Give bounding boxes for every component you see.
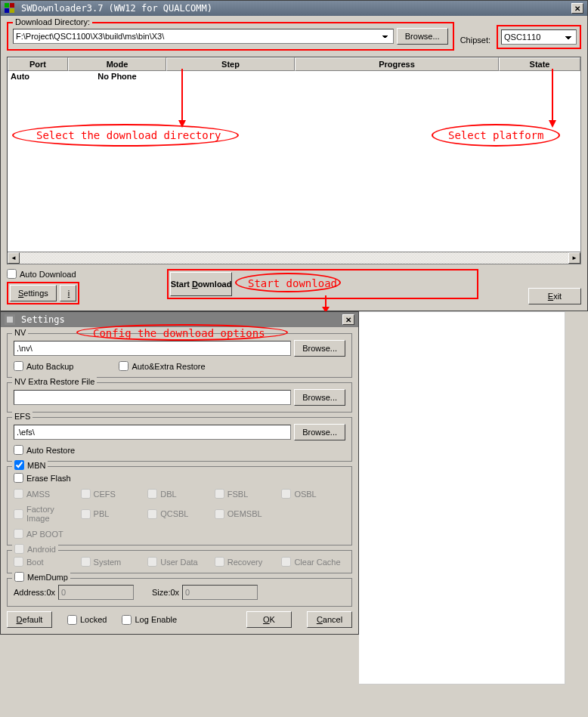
- mbn-oemsbl-checkbox: OEMSBL: [215, 505, 279, 523]
- memdump-group: MemDump Address:0x Size:0x: [7, 578, 352, 607]
- col-step[interactable]: Step: [166, 57, 295, 71]
- address-label: Address:0x: [14, 588, 55, 597]
- device-table: Port Mode Step Progress State Auto No Ph…: [7, 57, 581, 264]
- mbn-apboot-checkbox: AP BOOT: [14, 529, 78, 539]
- nv-browse-button[interactable]: Browse...: [294, 340, 345, 357]
- scroll-right-icon[interactable]: ►: [568, 252, 580, 264]
- window-title: SWDownloader3.7 (WW12 for QUALCOMM): [21, 3, 212, 14]
- android-legend-checkbox: Android: [12, 544, 58, 554]
- mbn-cefs-checkbox: CEFS: [81, 489, 145, 499]
- blank-panel: [359, 311, 565, 685]
- col-state[interactable]: State: [499, 57, 580, 71]
- table-row[interactable]: Auto No Phone: [8, 71, 580, 82]
- efs-legend: EFS: [12, 412, 32, 421]
- browse-download-dir-button[interactable]: Browse...: [397, 28, 448, 45]
- settings-button[interactable]: Settings: [10, 285, 57, 301]
- settings-icon: [5, 314, 15, 325]
- android-boot-checkbox: Boot: [14, 557, 78, 567]
- settings-close-icon[interactable]: ✕: [342, 314, 354, 325]
- size-input: [182, 585, 258, 600]
- auto-backup-checkbox[interactable]: Auto Backup: [14, 361, 73, 371]
- mbn-dbl-checkbox: DBL: [147, 489, 212, 499]
- chipset-box: QSC1110: [497, 25, 581, 49]
- scroll-track[interactable]: [20, 252, 568, 264]
- default-button[interactable]: Default: [7, 611, 52, 628]
- nv-extra-group: NV Extra Restore File Browse...: [7, 382, 352, 413]
- chipset-label: Chipset:: [460, 36, 491, 51]
- chipset-select[interactable]: QSC1110: [501, 29, 577, 45]
- nv-legend: NV: [12, 328, 28, 337]
- nv-extra-browse-button[interactable]: Browse...: [294, 389, 345, 406]
- android-recovery-checkbox: Recovery: [215, 557, 279, 567]
- nv-group: NV Browse... Auto Backup Auto&Extra Rest…: [7, 333, 352, 378]
- scroll-left-icon[interactable]: ◄: [8, 252, 20, 264]
- svg-rect-2: [5, 8, 9, 13]
- download-directory-group: Download Directory: F:\Project\QSC1100\X…: [7, 22, 454, 51]
- efs-browse-button[interactable]: Browse...: [294, 424, 345, 440]
- svg-rect-0: [5, 3, 9, 8]
- app-icon: [5, 3, 15, 14]
- horizontal-scrollbar[interactable]: ◄ ►: [8, 252, 580, 264]
- mbn-pbl-checkbox: PBL: [81, 505, 145, 523]
- address-input: [58, 585, 134, 600]
- settings-titlebar[interactable]: Settings ✕: [1, 312, 358, 327]
- efs-group: EFS Browse... Auto Restore: [7, 417, 352, 462]
- cancel-button[interactable]: Cancel: [307, 611, 352, 628]
- cell-mode: No Phone: [68, 71, 166, 82]
- nv-extra-path-input[interactable]: [14, 390, 291, 405]
- main-titlebar[interactable]: SWDownloader3.7 (WW12 for QUALCOMM) ✕: [1, 1, 587, 16]
- auto-extra-restore-checkbox[interactable]: Auto&Extra Restore: [119, 361, 205, 371]
- mbn-amss-checkbox: AMSS: [14, 489, 78, 499]
- svg-rect-11: [7, 317, 13, 323]
- mbn-osbl-checkbox: OSBL: [281, 489, 345, 499]
- table-header: Port Mode Step Progress State: [8, 57, 580, 71]
- svg-rect-3: [10, 8, 14, 13]
- efs-path-input[interactable]: [14, 425, 291, 440]
- auto-download-checkbox[interactable]: Auto Download: [7, 269, 79, 279]
- android-clearcache-checkbox: Clear Cache: [281, 557, 345, 567]
- info-button[interactable]: i: [60, 285, 76, 301]
- memdump-legend-checkbox[interactable]: MemDump: [12, 572, 70, 582]
- download-directory-label: Download Directory:: [13, 17, 92, 26]
- cell-state: [499, 71, 580, 82]
- cell-progress: [295, 71, 499, 82]
- exit-button[interactable]: Exit: [528, 288, 581, 304]
- settings-title: Settings: [21, 314, 65, 325]
- col-progress[interactable]: Progress: [295, 57, 499, 71]
- cell-port: Auto: [8, 71, 68, 82]
- android-userdata-checkbox: User Data: [147, 557, 212, 567]
- locked-checkbox[interactable]: Locked: [67, 615, 107, 625]
- cell-step: [166, 71, 295, 82]
- col-port[interactable]: Port: [8, 57, 68, 71]
- close-icon[interactable]: ✕: [571, 3, 583, 14]
- main-window: SWDownloader3.7 (WW12 for QUALCOMM) ✕ Do…: [0, 0, 588, 311]
- mbn-group: MBN Erase Flash AMSS CEFS DBL FSBL OSBL …: [7, 466, 352, 545]
- mbn-fsbl-checkbox: FSBL: [215, 489, 279, 499]
- svg-rect-1: [10, 3, 14, 8]
- start-download-button[interactable]: Start Download: [170, 272, 233, 296]
- android-system-checkbox: System: [81, 557, 145, 567]
- download-directory-select[interactable]: F:\Project\QSC1100\X3\build\ms\bin\X3\: [13, 29, 394, 44]
- nv-extra-legend: NV Extra Restore File: [12, 377, 97, 386]
- ok-button[interactable]: OK: [246, 611, 292, 628]
- settings-window: Settings ✕ Config the download options N…: [0, 311, 359, 635]
- log-enable-checkbox[interactable]: Log Enable: [122, 615, 177, 625]
- nv-path-input[interactable]: [14, 341, 291, 356]
- col-mode[interactable]: Mode: [68, 57, 166, 71]
- mbn-factory-checkbox: Factory Image: [14, 505, 78, 523]
- efs-auto-restore-checkbox[interactable]: Auto Restore: [14, 445, 75, 455]
- android-group: Android Boot System User Data Recovery C…: [7, 550, 352, 573]
- size-label: Size:0x: [152, 588, 179, 597]
- mbn-qcsbl-checkbox: QCSBL: [147, 505, 212, 523]
- erase-flash-checkbox[interactable]: Erase Flash: [14, 473, 345, 483]
- mbn-legend-checkbox[interactable]: MBN: [12, 460, 48, 470]
